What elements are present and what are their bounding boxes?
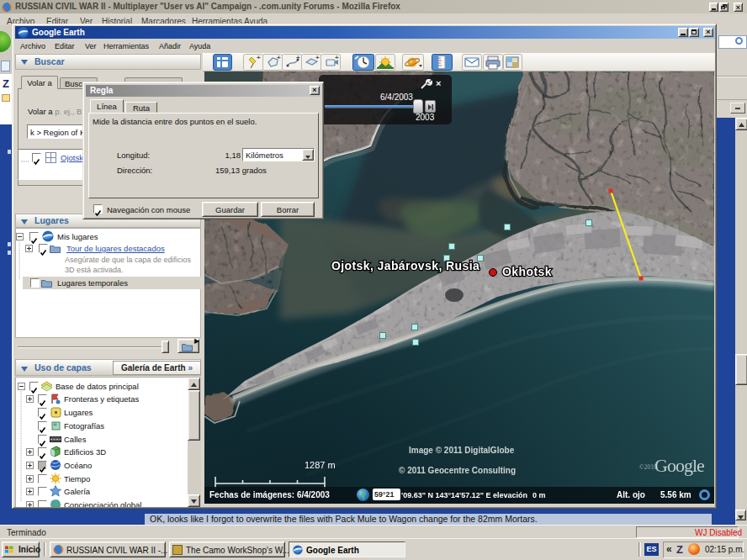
svg-text:1287 m: 1287 m [305,460,336,470]
svg-text:Ojotsk, Jabárovsk, Rusia: Ojotsk, Jabárovsk, Rusia [331,259,479,272]
svg-text:Image © 2011 DigitalGlobe: Image © 2011 DigitalGlobe [409,446,515,455]
svg-text:+: + [277,54,281,61]
svg-text:+: + [296,54,300,61]
svg-text:+: + [335,54,339,61]
svg-text:+: + [315,54,320,61]
svg-text:Google: Google [654,455,704,476]
svg-text:Okhotsk: Okhotsk [502,265,552,278]
svg-text:© 2011 Geocentre Consulting: © 2011 Geocentre Consulting [399,466,516,475]
svg-text:+: + [257,54,261,61]
